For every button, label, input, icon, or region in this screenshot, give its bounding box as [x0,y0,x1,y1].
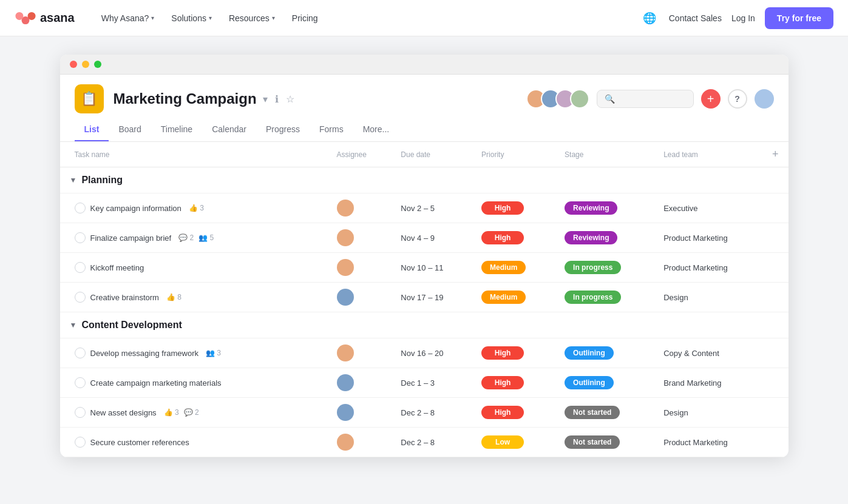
section-chevron-icon[interactable]: ▼ [70,321,77,329]
table-row: Finalize campaign brief 💬 2 👥 5 Nov 4 – … [60,223,789,253]
task-complete-button[interactable] [75,377,86,388]
task-stage: In progress [555,253,654,283]
table-row: Creative brainstorm 👍 8 Nov 17 – 19 Medi… [60,283,789,312]
task-name-cell: Finalize campaign brief 💬 2 👥 5 [60,223,327,253]
task-due-date: Nov 2 – 5 [391,193,472,223]
logo[interactable]: asana [15,7,75,29]
tab-calendar[interactable]: Calendar [202,118,256,141]
task-name-cell: Develop messaging framework 👥 3 [60,338,327,368]
task-comments: 💬 2 [178,234,194,242]
task-name: Finalize campaign brief [90,234,172,243]
tab-timeline[interactable]: Timeline [151,118,202,141]
task-assignee [327,253,392,283]
task-due-date: Dec 1 – 3 [391,368,472,398]
task-collaborators: 👥 3 [206,349,221,357]
task-due-date: Dec 2 – 8 [391,428,472,457]
try-for-free-button[interactable]: Try for free [765,7,833,29]
task-name: Creative brainstorm [90,293,159,302]
task-stage: Reviewing [555,193,654,223]
logo-text: asana [40,11,75,25]
navbar: asana Why Asana? ▾ Solutions ▾ Resources… [0,0,848,36]
task-stage: Not started [555,428,654,457]
task-name: Key campaign information [90,204,181,213]
avatar [337,289,354,306]
task-assignee [327,428,392,457]
task-stage: Outlining [555,368,654,398]
section-planning: ▼ Planning [60,167,789,193]
tab-more[interactable]: More... [353,118,399,141]
task-assignee [327,193,392,223]
task-name: Develop messaging framework [90,349,198,358]
task-name-cell: New asset designs 👍 3 💬 2 [60,398,327,428]
app-window: 📋 Marketing Campaign ▾ ℹ ☆ [60,55,789,457]
task-priority: High [472,338,555,368]
task-lead-team: Product Marketing [654,253,762,283]
col-due-date: Due date [391,142,472,167]
task-complete-button[interactable] [75,348,86,358]
section-chevron-icon[interactable]: ▼ [70,176,77,184]
task-due-date: Nov 17 – 19 [391,283,472,312]
section-content-development: ▼ Content Development [60,312,789,338]
task-lead-team: Executive [654,193,762,223]
nav-resources[interactable]: Resources ▾ [222,8,282,28]
task-stage: Reviewing [555,223,654,253]
project-header: 📋 Marketing Campaign ▾ ℹ ☆ [60,75,789,113]
task-assignee [327,338,392,368]
task-likes: 👍 3 [189,204,204,212]
window-close-dot[interactable] [70,61,77,68]
page-wrapper: 📋 Marketing Campaign ▾ ℹ ☆ [0,36,848,504]
task-lead-team: Design [654,398,762,428]
project-icon: 📋 [75,84,104,113]
user-avatar[interactable] [755,89,774,109]
tab-progress[interactable]: Progress [256,118,310,141]
nav-links: Why Asana? ▾ Solutions ▾ Resources ▾ Pri… [94,8,640,28]
nav-pricing[interactable]: Pricing [285,8,325,28]
project-tabs: List Board Timeline Calendar Progress Fo… [60,118,789,142]
avatar [337,404,354,421]
help-button[interactable]: ? [728,89,747,109]
task-likes: 👍 8 [166,293,181,301]
nav-why-asana[interactable]: Why Asana? ▾ [94,8,162,28]
task-complete-button[interactable] [75,232,86,243]
task-complete-button[interactable] [75,203,86,213]
window-maximize-dot[interactable] [94,61,101,68]
task-assignee [327,398,392,428]
task-priority: Medium [472,253,555,283]
col-add: + [762,142,789,167]
task-name-cell: Secure customer references [60,428,327,457]
project-title-area: 📋 Marketing Campaign ▾ ℹ ☆ [75,84,296,113]
add-column-button[interactable]: + [772,148,779,161]
avatar [337,229,354,246]
table-row: Secure customer references Dec 2 – 8 Low… [60,428,789,457]
task-likes: 👍 3 [164,408,179,417]
task-lead-team: Copy & Content [654,338,762,368]
window-titlebar [60,55,789,75]
project-star-button[interactable]: ☆ [285,92,296,106]
add-task-button[interactable]: + [701,89,721,109]
task-complete-button[interactable] [75,262,86,273]
table-row: Create campaign marketing materials Dec … [60,368,789,398]
task-stage: Outlining [555,338,654,368]
tab-board[interactable]: Board [109,118,151,141]
task-due-date: Nov 4 – 9 [391,223,472,253]
project-name-dropdown-button[interactable]: ▾ [262,92,269,106]
task-name: Secure customer references [90,438,189,447]
task-complete-button[interactable] [75,292,86,303]
avatar-stack [526,89,589,109]
task-complete-button[interactable] [75,437,86,448]
login-link[interactable]: Log In [731,13,755,23]
col-stage: Stage [555,142,654,167]
project-title: Marketing Campaign [114,90,257,107]
project-info-button[interactable]: ℹ [274,92,280,106]
tab-list[interactable]: List [75,118,109,141]
task-priority: High [472,398,555,428]
task-complete-button[interactable] [75,407,86,418]
search-box[interactable]: 🔍 [597,90,694,108]
avatar [337,344,354,361]
tab-forms[interactable]: Forms [310,118,353,141]
globe-icon[interactable]: 🌐 [640,8,659,28]
table-row: Develop messaging framework 👥 3 Nov 16 –… [60,338,789,368]
contact-sales-link[interactable]: Contact Sales [669,13,722,23]
nav-solutions[interactable]: Solutions ▾ [164,8,219,28]
window-minimize-dot[interactable] [82,61,89,68]
